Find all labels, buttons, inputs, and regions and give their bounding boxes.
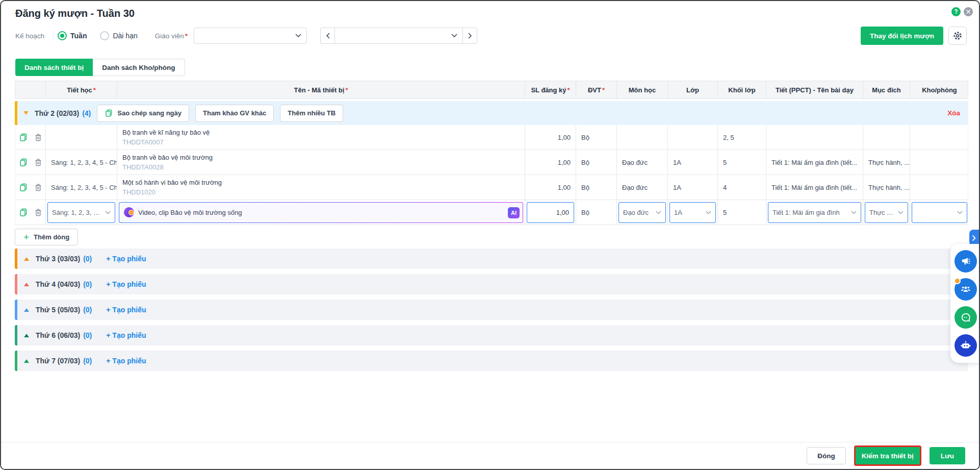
add-row-button[interactable]: + Thêm dòng: [15, 229, 78, 245]
notification-dot: [954, 278, 961, 284]
title-bar: Đăng ký mượn - Tuần 30 ? ✕: [1, 1, 979, 24]
header-actions: [15, 81, 46, 98]
copy-to-day-button[interactable]: Sao chép sang ngày: [97, 105, 189, 122]
header-class: Lớp: [668, 81, 718, 98]
settings-button[interactable]: [948, 27, 967, 45]
community-button[interactable]: [955, 278, 977, 301]
period-select[interactable]: Sáng: 1, 2, 3, 4, 5 - ...: [47, 202, 115, 223]
create-ticket-link[interactable]: + Tạo phiếu: [106, 357, 146, 365]
qty-input[interactable]: 1,00: [527, 202, 574, 223]
chat-support-button[interactable]: [955, 306, 977, 329]
day-group-wednesday[interactable]: Thứ 4 (04/03) (0) + Tạo phiếu: [15, 274, 968, 294]
room-select[interactable]: [912, 202, 967, 223]
day-group-monday[interactable]: Thứ 2 (02/03) (4) Sao chép sang ngày Tha…: [15, 101, 968, 125]
header-qty: SL đăng ký*: [525, 81, 576, 98]
row-actions: [15, 200, 46, 225]
class-cell: [668, 125, 718, 150]
class-cell: 1A: [668, 150, 718, 175]
create-ticket-link[interactable]: + Tạo phiếu: [106, 331, 146, 339]
expand-triangle-icon[interactable]: [24, 257, 29, 261]
floating-widget-panel: [950, 244, 979, 363]
radio-week[interactable]: Tuần: [58, 31, 87, 40]
plan-label: Kế hoạch: [15, 32, 44, 40]
header-unit: ĐVT*: [576, 81, 617, 98]
teacher-select[interactable]: [194, 28, 307, 44]
close-icon[interactable]: ✕: [964, 7, 973, 16]
grade-cell: 2, 5: [718, 125, 766, 150]
add-many-devices-button[interactable]: Thêm nhiều TB: [280, 105, 343, 122]
subject-cell: Đạo đức: [617, 150, 668, 175]
device-name-cell: Bộ tranh về kĩ năng tự bảo vệ THDDTA0007: [117, 125, 525, 150]
expand-triangle-icon[interactable]: [24, 359, 29, 363]
tab-room-list[interactable]: Danh sách Kho/phòng: [93, 59, 185, 76]
check-devices-button[interactable]: Kiểm tra thiết bị: [854, 446, 921, 466]
day-group-label: Thứ 2 (02/03): [35, 109, 79, 117]
week-select[interactable]: [334, 28, 463, 44]
unit-cell: Bộ: [576, 200, 617, 225]
day-groups: Thứ 3 (03/03) (0) + Tạo phiếu Thứ 4 (04/…: [15, 249, 968, 376]
radio-unselected-icon: [100, 31, 109, 40]
duplicate-row-icon[interactable]: [19, 208, 28, 217]
collapse-triangle-icon[interactable]: [23, 111, 29, 115]
close-button[interactable]: Đóng: [807, 447, 846, 464]
announcement-button[interactable]: [955, 250, 977, 273]
chevron-right-icon: [468, 33, 472, 39]
lesson-select[interactable]: Tiết 1: Mái ấm gia đình: [768, 202, 861, 223]
purpose-select[interactable]: Thực hà...: [865, 202, 908, 223]
unit-cell: Bộ: [576, 125, 617, 150]
delete-row-icon[interactable]: [34, 133, 42, 142]
qty-cell: 1,00: [525, 175, 576, 200]
chevron-down-icon: [957, 211, 963, 214]
grade-cell: 5: [718, 150, 766, 175]
delete-row-icon[interactable]: [34, 208, 42, 217]
save-button[interactable]: Lưu: [930, 447, 965, 464]
filter-bar: Kế hoạch Tuần Dài hạn Giáo viên*: [15, 27, 967, 45]
reference-other-teachers-button[interactable]: Tham khảo GV khác: [195, 105, 274, 122]
users-icon: [960, 284, 971, 295]
delete-row-icon[interactable]: [34, 183, 42, 192]
create-ticket-link[interactable]: + Tạo phiếu: [106, 280, 146, 288]
duplicate-row-icon[interactable]: [19, 158, 28, 167]
class-cell: 1A: [668, 175, 718, 200]
prev-week-button[interactable]: [320, 28, 334, 44]
day-group-saturday[interactable]: Thứ 7 (07/03) (0) + Tạo phiếu: [15, 351, 968, 371]
subject-select[interactable]: Đạo đức: [618, 202, 666, 223]
period-cell: Sáng: 1, 2, 3, 4, 5 - Chiề...: [46, 150, 117, 175]
ai-suggestion-icon: [124, 207, 134, 217]
header-room: Kho/phòng: [910, 81, 969, 98]
expand-triangle-icon[interactable]: [24, 283, 29, 286]
grade-cell: 4: [718, 175, 766, 200]
create-ticket-link[interactable]: + Tạo phiếu: [106, 306, 146, 314]
change-schedule-button[interactable]: Thay đổi lịch mượn: [861, 27, 943, 45]
class-select[interactable]: 1A: [669, 202, 716, 223]
tab-device-list[interactable]: Danh sách thiết bị: [15, 59, 93, 76]
lesson-cell: Tiết 1: Mái ấm gia đình (tiết...: [766, 175, 863, 200]
radio-longterm[interactable]: Dài hạn: [100, 31, 137, 40]
table-header-row: Tiết học* Tên - Mã thiết bị* SL đăng ký*…: [15, 81, 968, 99]
next-week-button[interactable]: [463, 28, 477, 44]
delete-day-button[interactable]: Xóa: [947, 109, 968, 117]
row-actions: [15, 175, 46, 200]
create-ticket-link[interactable]: + Tạo phiếu: [106, 255, 146, 263]
assistant-bot-button[interactable]: [955, 334, 977, 357]
duplicate-row-icon[interactable]: [19, 133, 28, 142]
delete-row-icon[interactable]: [34, 158, 42, 167]
gear-icon: [952, 31, 963, 41]
chevron-down-icon: [898, 211, 904, 214]
day-group-thursday[interactable]: Thứ 5 (05/03) (0) + Tạo phiếu: [15, 300, 968, 320]
ai-badge[interactable]: AI: [508, 207, 520, 218]
expand-triangle-icon[interactable]: [24, 334, 29, 337]
day-group-friday[interactable]: Thứ 6 (06/03) (0) + Tạo phiếu: [15, 325, 968, 345]
duplicate-row-icon[interactable]: [19, 183, 28, 192]
table-row: Sáng: 1, 2, 3, 4, 5 - Chiề... Một số hàn…: [15, 175, 968, 200]
grade-cell: 5: [718, 200, 766, 225]
lesson-cell: [766, 125, 863, 150]
device-name-input[interactable]: Video, clip Bảo vệ môi trường sống AI: [119, 202, 523, 223]
robot-icon: [960, 339, 972, 352]
room-cell: [910, 125, 969, 150]
day-group-count: (4): [82, 109, 91, 117]
chevron-down-icon: [706, 211, 711, 214]
help-icon[interactable]: ?: [951, 7, 961, 16]
day-group-tuesday[interactable]: Thứ 3 (03/03) (0) + Tạo phiếu: [15, 249, 968, 269]
expand-triangle-icon[interactable]: [24, 308, 29, 312]
